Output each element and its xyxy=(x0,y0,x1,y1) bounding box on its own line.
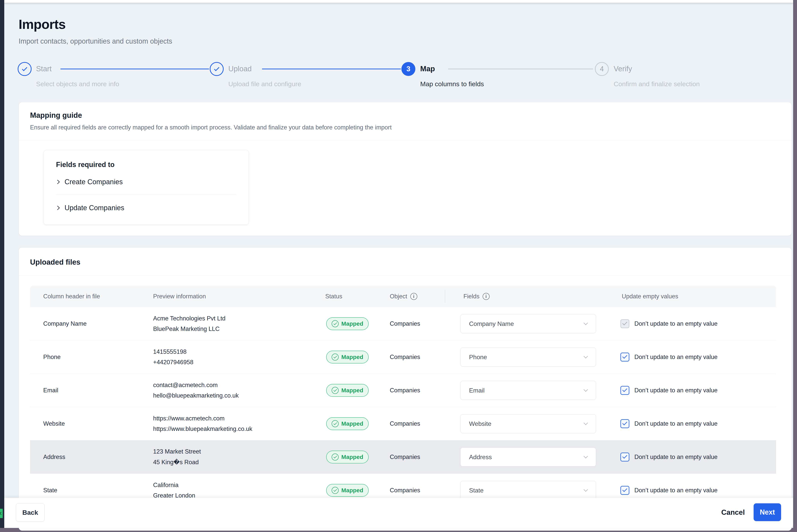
chat-widget-peek[interactable]: ✕ xyxy=(0,509,3,518)
status-badge: Mapped xyxy=(326,484,369,497)
divider xyxy=(19,276,792,276)
chevron-down-icon xyxy=(583,321,588,325)
row-object: Companies xyxy=(390,440,420,474)
divider xyxy=(19,140,792,140)
row-column-header: Phone xyxy=(43,340,61,374)
status-badge: Mapped xyxy=(326,451,369,463)
row-column-header: Email xyxy=(43,374,58,407)
empty-value-checkbox[interactable] xyxy=(620,486,629,495)
cancel-button[interactable]: Cancel xyxy=(713,503,753,521)
chat-icon: ✕ xyxy=(0,510,2,517)
fields-required-card: Fields required to Create Companies Upda… xyxy=(43,150,249,225)
row-object: Companies xyxy=(390,340,420,374)
column-header-status: Status xyxy=(325,286,342,307)
field-select[interactable]: Website xyxy=(460,414,596,433)
empty-value-checkbox[interactable] xyxy=(620,419,629,428)
info-icon[interactable]: i xyxy=(483,293,489,300)
accordion-item-label: Update Companies xyxy=(64,204,124,212)
chevron-down-icon xyxy=(583,354,588,359)
empty-value-checkbox[interactable] xyxy=(620,386,629,395)
field-select[interactable]: Phone xyxy=(460,347,596,366)
status-badge: Mapped xyxy=(326,417,369,430)
chevron-right-icon xyxy=(55,180,60,184)
row-object: Companies xyxy=(390,407,420,440)
status-badge: Mapped xyxy=(326,351,369,363)
step-connector xyxy=(60,69,209,69)
table-row: Email contact@acmetech.com hello@bluepea… xyxy=(30,374,776,407)
back-button[interactable]: Back xyxy=(16,503,44,521)
step-map-label: Map xyxy=(420,65,435,73)
table-row: Website https://www.acmetech.com https:/… xyxy=(30,407,776,440)
row-preview: 123 Market Street 45 King�s Road xyxy=(153,440,201,474)
step-map-sublabel: Map columns to fields xyxy=(420,80,484,88)
step-verify-sublabel: Confirm and finalize selection xyxy=(614,80,700,88)
page-background: Imports Import contacts, opportunities a… xyxy=(4,3,793,528)
empty-value-checkbox xyxy=(620,319,629,328)
row-column-header: Website xyxy=(43,407,65,440)
column-header-fields: Fields i xyxy=(463,286,489,307)
mapping-guide-title: Mapping guide xyxy=(30,111,82,119)
chevron-down-icon xyxy=(583,488,588,492)
app-window: Imports Import contacts, opportunities a… xyxy=(0,0,797,532)
field-select[interactable]: State xyxy=(460,481,596,500)
accordion-item-label: Create Companies xyxy=(64,178,123,186)
mapping-guide-card: Mapping guide Ensure all required fields… xyxy=(19,102,792,236)
fields-required-title: Fields required to xyxy=(56,160,114,169)
chevron-down-icon xyxy=(583,387,588,392)
column-header-preview: Preview information xyxy=(153,286,206,307)
info-icon[interactable]: i xyxy=(410,293,417,300)
row-object: Companies xyxy=(390,307,420,340)
column-header-file: Column header in file xyxy=(43,286,100,307)
page-subtitle: Import contacts, opportunities and custo… xyxy=(19,37,172,45)
column-header-object: Object i xyxy=(390,286,417,307)
check-circle-icon xyxy=(332,387,339,394)
check-circle-icon xyxy=(332,354,339,361)
mapping-guide-description: Ensure all required fields are correctly… xyxy=(30,124,392,131)
table-row: Phone 1415555198 +44207946958 Mapped Com… xyxy=(30,340,776,374)
chevron-down-icon xyxy=(583,454,588,459)
empty-value-label: Don’t update to an empty value xyxy=(634,407,718,440)
empty-value-label: Don’t update to an empty value xyxy=(634,307,718,340)
check-circle-icon xyxy=(332,487,339,494)
row-object: Companies xyxy=(390,374,420,407)
window-top-bar xyxy=(4,0,793,3)
row-preview: contact@acmetech.com hello@bluepeakmarke… xyxy=(153,374,239,407)
step-upload-label: Upload xyxy=(228,65,252,73)
check-icon xyxy=(22,66,27,71)
row-preview: https://www.acmetech.com https://www.blu… xyxy=(153,407,252,440)
chevron-down-icon xyxy=(583,421,588,425)
step-start-sublabel: Select objects and more info xyxy=(36,80,119,88)
step-verify-circle[interactable]: 4 xyxy=(595,62,609,76)
accordion-item-update-companies[interactable]: Update Companies xyxy=(56,202,236,214)
page-title: Imports xyxy=(19,17,66,32)
row-preview: 1415555198 +44207946958 xyxy=(153,340,193,374)
row-preview: Acme Technologies Pvt Ltd BluePeak Marke… xyxy=(153,307,225,340)
empty-value-label: Don’t update to an empty value xyxy=(634,440,718,474)
left-navigation-rail xyxy=(0,0,4,528)
next-button[interactable]: Next xyxy=(754,503,781,521)
table-header: Column header in file Preview informatio… xyxy=(30,286,776,307)
empty-value-checkbox[interactable] xyxy=(620,353,629,362)
step-connector xyxy=(262,69,401,69)
step-map-circle[interactable]: 3 xyxy=(402,62,415,76)
field-select[interactable]: Address xyxy=(460,448,596,467)
uploaded-files-title: Uploaded files xyxy=(30,258,80,266)
mapping-table: Column header in file Preview informatio… xyxy=(30,286,776,507)
row-column-header: Address xyxy=(43,440,65,474)
footer-action-bar: Back Cancel Next xyxy=(4,498,793,528)
accordion-item-create-companies[interactable]: Create Companies xyxy=(56,176,236,188)
table-row: Company Name Acme Technologies Pvt Ltd B… xyxy=(30,307,776,340)
step-start-circle[interactable] xyxy=(18,62,32,76)
step-upload-circle[interactable] xyxy=(210,62,224,76)
field-select[interactable]: Company Name xyxy=(460,314,596,333)
step-upload-sublabel: Upload file and configure xyxy=(228,80,301,88)
chevron-right-icon xyxy=(55,206,60,210)
table-row: Address 123 Market Street 45 King�s Road… xyxy=(30,440,776,474)
step-verify-number: 4 xyxy=(600,65,604,73)
step-start-label: Start xyxy=(36,65,52,73)
field-select[interactable]: Email xyxy=(460,381,596,400)
status-badge: Mapped xyxy=(326,317,369,330)
empty-value-label: Don’t update to an empty value xyxy=(634,374,718,407)
empty-value-label: Don’t update to an empty value xyxy=(634,340,718,374)
empty-value-checkbox[interactable] xyxy=(620,453,629,461)
